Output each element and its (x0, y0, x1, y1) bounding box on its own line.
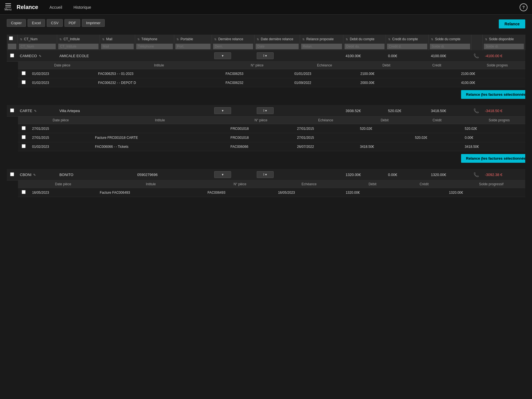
camieco-phone-icon-cell: 📞 (471, 50, 482, 62)
col-solde-disponible[interactable]: ⇅ Solde disponible (482, 35, 525, 43)
cboni-row1-checkbox[interactable] (22, 190, 26, 194)
cboni-row1-debit: 1320.00€ (343, 188, 402, 197)
carte-col-credit: Crédit (412, 117, 462, 124)
sort-icon-ct-num: ⇅ (20, 38, 22, 41)
cboni-relance-dropdown[interactable]: ▾ (214, 171, 231, 178)
cboni-checkbox[interactable] (10, 172, 14, 176)
nav-historique[interactable]: Historique (71, 3, 94, 11)
carte-date-btn[interactable]: I ▾ (257, 107, 274, 114)
filter-input-ct-intitule[interactable] (58, 44, 98, 49)
filter-input-telephone[interactable] (136, 44, 173, 49)
filter-input-solde-disponible[interactable] (484, 44, 524, 49)
pdf-button[interactable]: PDF (64, 19, 80, 27)
excel-button[interactable]: Excel (28, 19, 45, 27)
filter-input-mail[interactable] (101, 44, 134, 49)
camieco-date-btn[interactable]: I ▾ (257, 52, 274, 59)
copier-button[interactable]: Copier (7, 19, 26, 27)
help-button[interactable]: ? (520, 3, 527, 11)
camieco-row2-checkbox[interactable] (22, 80, 26, 84)
col-telephone[interactable]: ⇅ Téléphone (135, 35, 174, 43)
col-derniere-relance[interactable]: ⇅ Dernière relance (212, 35, 254, 43)
col-ct-intitule[interactable]: ⇅ CT_Intitule (57, 35, 100, 43)
carte-row1-date: 27/01/2015 (29, 124, 92, 133)
carte-debit: 3938.52€ (343, 105, 386, 117)
camieco-detail-row-1: 01/02/2023 FAC006253 - - 01-2023 FAC0062… (18, 69, 525, 78)
camieco-row2-credit (415, 78, 458, 87)
camieco-row1-intitule: FAC006253 - - 01-2023 (95, 69, 223, 78)
csv-button[interactable]: CSV (47, 19, 63, 27)
camieco-row2-debit: 2000.00€ (357, 78, 415, 87)
menu-toggle[interactable]: Menu (5, 3, 12, 11)
col-relance-proposee[interactable]: ⇅ Relance proposée (300, 35, 343, 43)
sort-icon-portable: ⇅ (176, 38, 179, 41)
carte-relance-factures-btn[interactable]: Relance (les factures sélectionnées) (461, 154, 526, 163)
camieco-row1-debit: 2100.00€ (357, 69, 415, 78)
carte-row1-credit (412, 124, 462, 133)
carte-solde: 3418.50€ (429, 105, 471, 117)
carte-relance-dropdown[interactable]: ▾ (214, 107, 231, 114)
cboni-date-dropdown: I ▾ (254, 169, 300, 180)
carte-row1-debit: 520.02€ (357, 124, 412, 133)
filter-date-derniere-relance (254, 43, 300, 50)
cboni-detail-row-1: 16/05/2023 Facture FAC006493 FAC006493 1… (18, 188, 525, 197)
select-all-checkbox[interactable] (9, 36, 13, 40)
camieco-portable (174, 50, 212, 62)
cboni-derniere-relance: ▾ (212, 169, 254, 180)
carte-row1-select (18, 124, 29, 133)
filter-input-credit-compte[interactable] (387, 44, 427, 49)
camieco-row1-checkbox[interactable] (22, 71, 26, 75)
carte-row3-checkbox[interactable] (22, 144, 26, 148)
cboni-telephone: 0590279696 (135, 169, 174, 180)
cboni-col-debit: Débit (343, 180, 402, 188)
imprimer-button[interactable]: Imprimer (82, 19, 105, 27)
carte-row2-checkbox[interactable] (22, 135, 26, 139)
cboni-col-echeance: Echéance (275, 180, 343, 188)
cboni-detail-header-row: Date pièce Intitule N° pièce Echéance Dé… (7, 180, 525, 197)
relance-main-button[interactable]: Relance (499, 19, 525, 28)
filter-mail (100, 43, 135, 50)
camieco-debit: 4100.00€ (343, 50, 386, 62)
carte-detail-columns: Date pièce Intitule N° pièce Echéance Dé… (18, 117, 525, 124)
camieco-col-echeance: Echéance (292, 62, 358, 69)
sort-icon-date-derniere-relance: ⇅ (257, 38, 259, 41)
sort-icon-solde-compte: ⇅ (431, 38, 433, 41)
cboni-external-link-icon[interactable]: ✎ (33, 173, 36, 177)
filter-input-relance-proposee[interactable] (301, 44, 342, 49)
filter-row (7, 43, 525, 50)
col-date-derniere-relance[interactable]: ⇅ Date dernière relance (254, 35, 300, 43)
filter-input-ct-num[interactable] (19, 44, 56, 49)
col-portable[interactable]: ⇅ Portable (174, 35, 212, 43)
cboni-row1-echeance: 16/05/2023 (275, 188, 343, 197)
carte-external-link-icon[interactable]: ✎ (34, 109, 37, 113)
filter-input-portable[interactable] (175, 44, 211, 49)
col-debit-compte[interactable]: ⇅ Debit du compte (343, 35, 386, 43)
cboni-date-btn[interactable]: I ▾ (257, 171, 274, 178)
carte-row1-checkbox[interactable] (22, 126, 26, 130)
select-all-header (7, 35, 18, 43)
filter-ct-intitule (57, 43, 100, 50)
client-row-carte: CARTE ✎ Villa Artepea ▾ I ▾ 3938.52€ (7, 105, 525, 117)
col-ct-num[interactable]: ⇅ CT_Num (18, 35, 57, 43)
menu-label: Menu (5, 8, 12, 11)
carte-row1-num: FRC001018 (228, 124, 294, 133)
cboni-col-date-piece: Date pièce (29, 180, 97, 188)
camieco-relance-dropdown[interactable]: ▾ (214, 52, 231, 59)
filter-input-derniere-relance[interactable] (213, 44, 253, 49)
filter-relance-proposee (300, 43, 343, 50)
filter-input-date-derniere-relance[interactable] (256, 44, 299, 49)
camieco-checkbox[interactable] (10, 54, 14, 57)
carte-row2-solde: 0.00€ (462, 133, 525, 142)
filter-input-debit-compte[interactable] (345, 44, 385, 49)
cboni-row1-credit (402, 188, 446, 197)
carte-checkbox[interactable] (10, 108, 14, 112)
col-mail[interactable]: ⇅ Mail (100, 35, 135, 43)
carte-relance-btn-row: Relance (les factures sélectionnées) (18, 151, 525, 166)
col-credit-compte[interactable]: ⇅ Credit du compte (386, 35, 429, 43)
filter-input-solde-compte[interactable] (430, 44, 470, 49)
col-solde-compte[interactable]: ⇅ Solde du compte (429, 35, 471, 43)
nav-accueil[interactable]: Accueil (47, 3, 65, 11)
cboni-col-credit: Crédit (402, 180, 446, 188)
camieco-relance-factures-btn[interactable]: Relance (les factures sélectionnées) (461, 90, 526, 99)
camieco-external-link-icon[interactable]: ✎ (39, 54, 41, 58)
filter-telephone (135, 43, 174, 50)
